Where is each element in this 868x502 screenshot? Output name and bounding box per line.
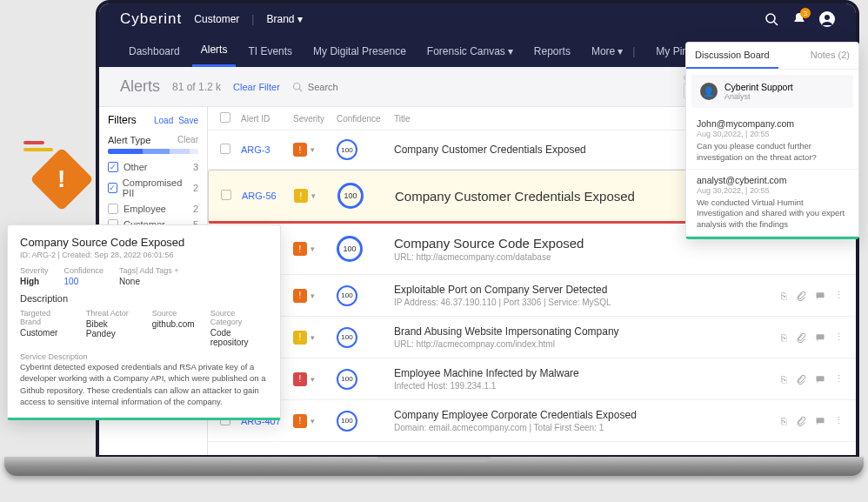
- nav-tab-dashboard[interactable]: Dashboard: [120, 35, 189, 67]
- confidence-ring: 100: [337, 411, 357, 432]
- alert-subtitle: URL: http://acmecompany.com/database: [394, 252, 844, 262]
- chat-icon[interactable]: [815, 416, 825, 426]
- chevron-down-icon[interactable]: ▾: [310, 333, 315, 342]
- nav-tab-my-digital-presence[interactable]: My Digital Presence: [304, 35, 415, 67]
- facet-item[interactable]: Employee2: [108, 201, 198, 217]
- attach-icon[interactable]: [796, 374, 806, 385]
- severity-badge: !: [293, 331, 307, 345]
- save-filters[interactable]: Save: [178, 116, 198, 125]
- support-avatar-icon: 👤: [700, 83, 718, 100]
- alert-title: Exploitable Port on Company Server Detec…: [394, 284, 772, 296]
- svg-rect-6: [817, 292, 825, 298]
- svg-line-1: [774, 22, 778, 25]
- more-icon[interactable]: ⋮: [834, 331, 844, 343]
- confidence-ring: 100: [337, 236, 363, 262]
- severity-badge: !: [293, 414, 307, 428]
- chat-icon[interactable]: [815, 291, 825, 301]
- severity-badge: !: [294, 189, 308, 203]
- svg-rect-8: [817, 376, 825, 381]
- checkbox-icon[interactable]: ✓: [108, 183, 117, 193]
- discussion-message: John@mycompany.comAug 30,2022, | 20:55Ca…: [686, 113, 858, 170]
- alert-row[interactable]: ! ▾ 100 Employee Machine Infected by Mal…: [208, 358, 856, 400]
- clear-filter-link[interactable]: Clear Filter: [233, 82, 280, 92]
- chevron-down-icon[interactable]: ▾: [310, 291, 315, 300]
- detail-title: Company Source Code Exposed: [20, 236, 268, 249]
- chevron-down-icon: ▾: [618, 45, 623, 57]
- facet-distribution-bar: [108, 149, 198, 154]
- nav-tab-more[interactable]: More▾|: [583, 35, 644, 67]
- user-avatar-icon[interactable]: [819, 11, 835, 27]
- chevron-down-icon: ▾: [297, 13, 303, 25]
- svg-line-5: [299, 89, 302, 91]
- tab-notes[interactable]: Notes (2): [802, 43, 858, 69]
- more-icon[interactable]: ⋮: [834, 290, 844, 301]
- confidence-ring: 100: [337, 285, 357, 306]
- nav-tab-forensic-canvas[interactable]: Forensic Canvas▾: [418, 35, 522, 67]
- facet-item[interactable]: ✓Compromised PII2: [108, 175, 198, 201]
- chevron-down-icon[interactable]: ▾: [310, 244, 315, 253]
- nav-tab-reports[interactable]: Reports: [525, 35, 579, 67]
- attach-icon[interactable]: [796, 332, 806, 343]
- chevron-down-icon: ▾: [508, 45, 513, 57]
- more-icon[interactable]: ⋮: [834, 373, 844, 385]
- discussion-message: analyst@cyberint.comAug 30,2022, | 20:55…: [686, 170, 858, 237]
- confidence-ring: 100: [337, 183, 364, 209]
- tab-discussion[interactable]: Discussion Board: [686, 43, 778, 69]
- discussion-panel: Discussion Board Notes (2) 👤 Cyberint Su…: [685, 42, 859, 239]
- svg-rect-9: [817, 418, 825, 423]
- nav-tab-ti-events[interactable]: TI Events: [239, 35, 301, 67]
- alerts-count: 81 of 1.2 k: [172, 81, 221, 93]
- search-icon: [292, 82, 303, 92]
- svg-point-4: [293, 83, 300, 90]
- alert-title: Company Employee Corporate Credentials E…: [394, 409, 772, 421]
- chevron-down-icon[interactable]: ▾: [310, 417, 315, 425]
- alert-id[interactable]: ARG-3: [241, 144, 284, 155]
- checkbox-icon[interactable]: [108, 204, 118, 214]
- app-header: Cyberint Customer | Brand ▾: [99, 3, 856, 35]
- brand-logo: Cyberint: [120, 10, 182, 28]
- svg-point-0: [766, 14, 775, 23]
- copy-icon[interactable]: ⎘: [781, 374, 787, 385]
- attach-icon[interactable]: [796, 291, 806, 301]
- severity-badge: !: [293, 289, 307, 303]
- chevron-down-icon[interactable]: ▾: [311, 191, 316, 200]
- load-filters[interactable]: Load: [154, 116, 173, 125]
- checkbox-icon[interactable]: ✓: [108, 162, 118, 172]
- nav-tab-alerts[interactable]: Alerts: [192, 35, 237, 67]
- clear-facet[interactable]: Clear: [177, 135, 198, 145]
- select-all-checkbox[interactable]: [220, 112, 230, 123]
- alert-id[interactable]: ARG-56: [242, 191, 285, 201]
- notifications-icon[interactable]: [791, 11, 807, 27]
- alert-decorative-icon: !: [39, 157, 84, 202]
- alert-detail-card: Company Source Code Exposed ID: ARG-2 | …: [7, 224, 281, 420]
- severity-badge: !: [293, 143, 307, 157]
- search-input[interactable]: [308, 82, 412, 92]
- alert-subtitle: Domain: email.acmecompany.com | Total Fi…: [394, 423, 772, 432]
- chat-icon[interactable]: [815, 332, 825, 343]
- alert-subtitle: URL: http://acmecompnay.com/index.html: [394, 339, 772, 349]
- copy-icon[interactable]: ⎘: [781, 291, 787, 301]
- alert-subtitle: IP Address: 46.37.190.110 | Port 3306 | …: [394, 298, 772, 307]
- more-icon[interactable]: ⋮: [834, 415, 844, 426]
- alert-row[interactable]: ARG-407 ! ▾ 100 Company Employee Corpora…: [208, 400, 856, 442]
- copy-icon[interactable]: ⎘: [781, 416, 787, 426]
- svg-point-3: [825, 15, 830, 20]
- copy-icon[interactable]: ⎘: [781, 332, 787, 343]
- attach-icon[interactable]: [796, 416, 806, 426]
- chat-icon[interactable]: [815, 374, 825, 385]
- search-icon[interactable]: [764, 11, 779, 27]
- alert-title: Brand Abusing Website Impersonating Comp…: [394, 325, 772, 338]
- chevron-down-icon[interactable]: ▾: [310, 375, 315, 384]
- brand-select[interactable]: Brand ▾: [266, 13, 302, 25]
- page-title: Alerts: [120, 77, 160, 96]
- customer-label[interactable]: Customer: [194, 13, 239, 25]
- severity-badge: !: [293, 372, 307, 386]
- alert-row[interactable]: ! ▾ 100 Brand Abusing Website Impersonat…: [208, 317, 856, 358]
- row-checkbox[interactable]: [220, 144, 230, 154]
- alert-row[interactable]: ! ▾ 100 Exploitable Port on Company Serv…: [208, 275, 856, 317]
- chevron-down-icon[interactable]: ▾: [310, 145, 315, 154]
- row-checkbox[interactable]: [221, 190, 231, 200]
- svg-rect-7: [817, 334, 825, 339]
- confidence-ring: 100: [337, 139, 357, 160]
- facet-item[interactable]: ✓Other3: [108, 159, 198, 175]
